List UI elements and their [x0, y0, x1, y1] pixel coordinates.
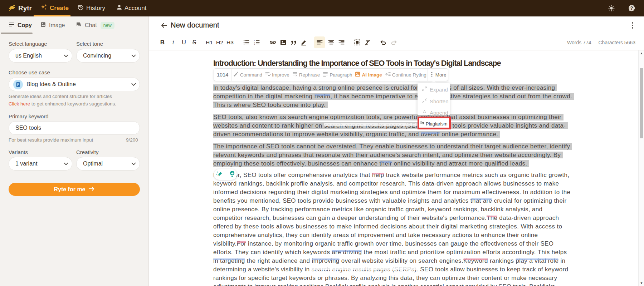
svg-text:?: ? [630, 6, 633, 11]
svg-text:3: 3 [254, 43, 255, 45]
